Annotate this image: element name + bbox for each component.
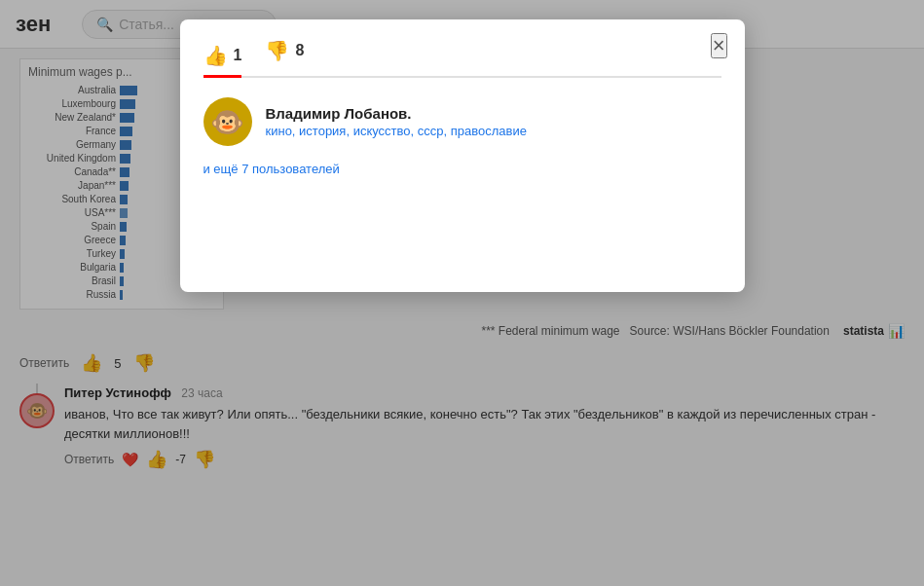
page-background: зен 🔍 Статья... Minimum wages p... Austr…	[0, 0, 924, 586]
user-info: Владимир Лобанов. кино, история, искусст…	[266, 105, 527, 138]
likes-tab-count: 1	[234, 47, 242, 64]
tab-dislikes[interactable]: 👎 8	[265, 39, 304, 66]
user-avatar: 🐵	[203, 97, 252, 146]
likes-modal: × 👍 1 👎 8 🐵 Владимир Лобанов. кино, исто…	[180, 19, 745, 292]
user-tags: кино, история, искусство, ссср, правосла…	[266, 124, 527, 138]
thumbs-up-tab-icon: 👍	[203, 44, 228, 67]
user-item: 🐵 Владимир Лобанов. кино, история, искус…	[203, 97, 721, 146]
modal-tabs: 👍 1 👎 8	[203, 39, 721, 78]
modal-overlay[interactable]: × 👍 1 👎 8 🐵 Владимир Лобанов. кино, исто…	[0, 0, 924, 586]
thumbs-down-tab-icon: 👎	[265, 39, 289, 62]
dislikes-tab-count: 8	[295, 42, 304, 59]
modal-close-button[interactable]: ×	[711, 33, 727, 58]
tab-likes[interactable]: 👍 1	[203, 39, 242, 78]
more-users-link[interactable]: и ещё 7 пользователей	[203, 162, 721, 176]
user-name: Владимир Лобанов.	[266, 105, 527, 122]
